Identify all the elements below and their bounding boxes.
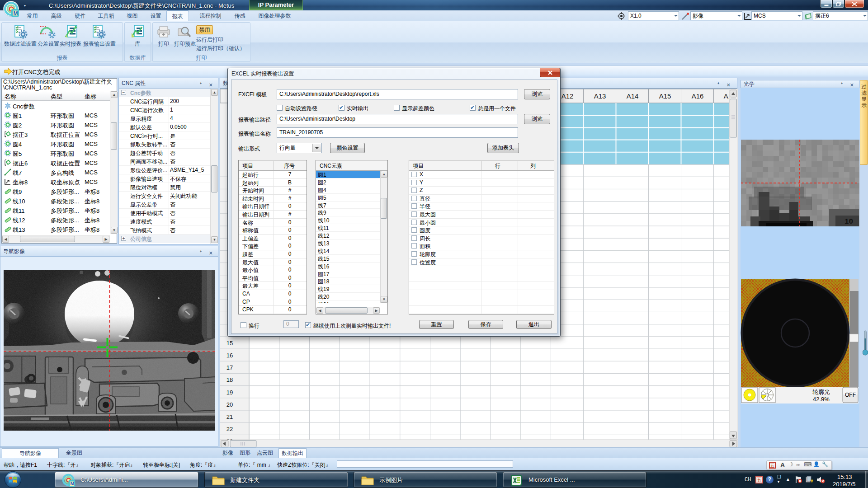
svg-text:M: M: [70, 481, 74, 486]
svg-text:A16: A16: [692, 92, 704, 100]
svg-text:42.9%: 42.9%: [813, 396, 830, 403]
svg-text:22: 22: [226, 426, 233, 432]
svg-text:10: 10: [844, 218, 853, 226]
svg-text:A15: A15: [659, 92, 671, 100]
svg-text:18: 18: [226, 376, 233, 383]
svg-text:17: 17: [226, 364, 233, 371]
svg-text:轮廓光: 轮廓光: [812, 389, 830, 395]
svg-text:21: 21: [226, 413, 233, 420]
svg-text:A12: A12: [561, 92, 574, 100]
svg-text:A13: A13: [594, 92, 606, 100]
svg-text:15: 15: [226, 340, 233, 347]
svg-text:M: M: [14, 10, 18, 17]
svg-text:OFF: OFF: [845, 392, 856, 398]
svg-text:16: 16: [226, 352, 233, 359]
svg-text:20: 20: [226, 401, 233, 408]
svg-text:19: 19: [226, 389, 233, 396]
svg-text:A14: A14: [627, 92, 639, 100]
